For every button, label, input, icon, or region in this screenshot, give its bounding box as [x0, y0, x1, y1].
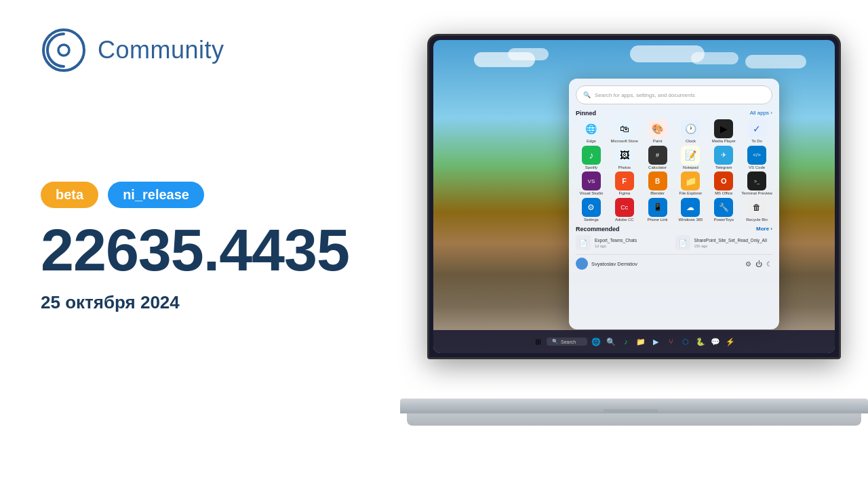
taskbar-icon-code[interactable]: ⬡: [679, 336, 692, 348]
app-vscode[interactable]: </> VS Code: [741, 146, 772, 170]
app-figma[interactable]: F Figma: [609, 171, 640, 196]
taskbar-icon-chat[interactable]: 💬: [709, 336, 722, 348]
app-media-player[interactable]: ▶ Media Player: [708, 119, 739, 144]
settings-icon[interactable]: ⚙: [745, 260, 751, 268]
taskbar-icon-search[interactable]: 🔍: [605, 336, 617, 348]
rec-icon-2: 📄: [675, 235, 690, 250]
cloud-2: [508, 48, 549, 60]
app-adobe-cc[interactable]: Cc Adobe CC: [609, 198, 640, 222]
laptop-wrapper: 🔍 Search for apps, settings, and documen…: [400, 34, 861, 454]
app-ms-store[interactable]: 🛍 Microsoft Store: [609, 119, 640, 144]
app-recycle-bin[interactable]: 🗑 Recycle Bin: [741, 198, 772, 222]
taskbar-icon-terminal[interactable]: ▶: [650, 336, 662, 348]
user-name: Svyatoslav Demidov: [591, 261, 637, 267]
app-spotify[interactable]: ♪ Spotify: [576, 146, 607, 170]
logo-text: Community: [98, 36, 224, 64]
community-logo-icon: [41, 27, 87, 73]
windows-start-button[interactable]: ⊞: [532, 336, 544, 348]
recommended-grid: 📄 Export_Teams_Chats 1d ago 📄 SharePoint…: [576, 235, 772, 250]
sleep-icon[interactable]: ☾: [766, 260, 772, 268]
app-visual-studio[interactable]: VS Visual Studio: [576, 171, 607, 196]
badges-container: beta ni_release: [41, 182, 434, 208]
taskbar-icon-power[interactable]: ⚡: [724, 336, 736, 348]
all-apps-link[interactable]: All apps ›: [750, 110, 772, 117]
more-link[interactable]: More ›: [756, 226, 772, 232]
taskbar: ⊞ 🔍 Search 🌐 🔍 ♪ 📁 ▶ ⑂ ⬡ 🐍 💬 ⚡: [433, 330, 835, 353]
app-powertoys[interactable]: 🔧 PowerToys: [708, 198, 739, 222]
app-blender[interactable]: B Blender: [642, 171, 673, 196]
release-date: 25 октября 2024: [41, 292, 434, 313]
right-section: 🔍 Search for apps, settings, and documen…: [393, 0, 868, 488]
app-todo[interactable]: ✓ To Do: [741, 119, 772, 144]
start-menu: 🔍 Search for apps, settings, and documen…: [569, 79, 779, 329]
taskbar-icon-spotify[interactable]: ♪: [620, 336, 632, 348]
app-notepad[interactable]: 📝 Notepad: [675, 146, 706, 170]
laptop-screen: 🔍 Search for apps, settings, and documen…: [427, 34, 841, 359]
app-telegram[interactable]: ✈ Telegram: [708, 146, 739, 170]
taskbar-icon-git[interactable]: ⑂: [665, 336, 677, 348]
app-windows-365[interactable]: ☁ Windows 365: [675, 198, 706, 222]
cloud-4: [691, 52, 738, 64]
rec-icon-1: 📄: [576, 235, 591, 250]
recommended-section: Recommended More ›: [576, 226, 772, 232]
app-grid: 🌐 Edge 🛍 Microsoft Store 🎨 Paint 🕐: [576, 119, 772, 222]
user-avatar: [576, 258, 588, 270]
taskbar-search[interactable]: 🔍 Search: [547, 338, 587, 346]
app-ms-office[interactable]: O MS Office: [708, 171, 739, 196]
version-number: 22635.4435: [41, 219, 434, 281]
app-edge[interactable]: 🌐 Edge: [576, 119, 607, 144]
start-menu-footer: Svyatoslav Demidov ⚙ ⏻ ☾: [576, 254, 772, 270]
app-paint[interactable]: 🎨 Paint: [642, 119, 673, 144]
app-settings[interactable]: ⚙ Settings: [576, 198, 607, 222]
pinned-section-title: Pinned All apps ›: [576, 110, 772, 117]
app-clock[interactable]: 🕐 Clock: [675, 119, 706, 144]
taskbar-icon-edge[interactable]: 🌐: [590, 336, 602, 348]
taskbar-search-icon: 🔍: [552, 339, 558, 344]
taskbar-icon-file[interactable]: 📁: [635, 336, 647, 348]
user-profile[interactable]: Svyatoslav Demidov: [576, 258, 637, 270]
search-placeholder-text: Search for apps, settings, and documents: [595, 92, 695, 98]
start-menu-search[interactable]: 🔍 Search for apps, settings, and documen…: [576, 85, 772, 104]
taskbar-icon-python[interactable]: 🐍: [694, 336, 707, 348]
app-file-explorer[interactable]: 📁 File Explorer: [675, 171, 706, 196]
badge-ni-release: ni_release: [108, 182, 204, 208]
left-section: Community beta ni_release 22635.4435 25 …: [41, 0, 434, 488]
app-phone-link[interactable]: 📱 Phone Link: [642, 198, 673, 222]
search-icon: 🔍: [583, 92, 591, 98]
cloud-5: [745, 55, 806, 68]
app-calculator[interactable]: # Calculator: [642, 146, 673, 170]
laptop-bottom: [407, 413, 861, 426]
badge-beta: beta: [41, 182, 98, 208]
svg-point-0: [43, 30, 84, 70]
power-controls: ⚙ ⏻ ☾: [745, 260, 772, 268]
laptop-screen-inner: 🔍 Search for apps, settings, and documen…: [433, 40, 835, 353]
rec-item-1[interactable]: 📄 Export_Teams_Chats 1d ago: [576, 235, 673, 250]
taskbar-search-text: Search: [561, 340, 576, 344]
app-terminal[interactable]: >_ Terminal Preview: [741, 171, 772, 196]
logo-area: Community: [41, 27, 434, 73]
svg-point-1: [58, 45, 69, 56]
power-icon[interactable]: ⏻: [755, 260, 762, 268]
rec-item-2[interactable]: 📄 SharePoint_Site_Set_Read_Only_All 15h …: [675, 235, 773, 250]
app-photos[interactable]: 🖼 Photos: [609, 146, 640, 170]
